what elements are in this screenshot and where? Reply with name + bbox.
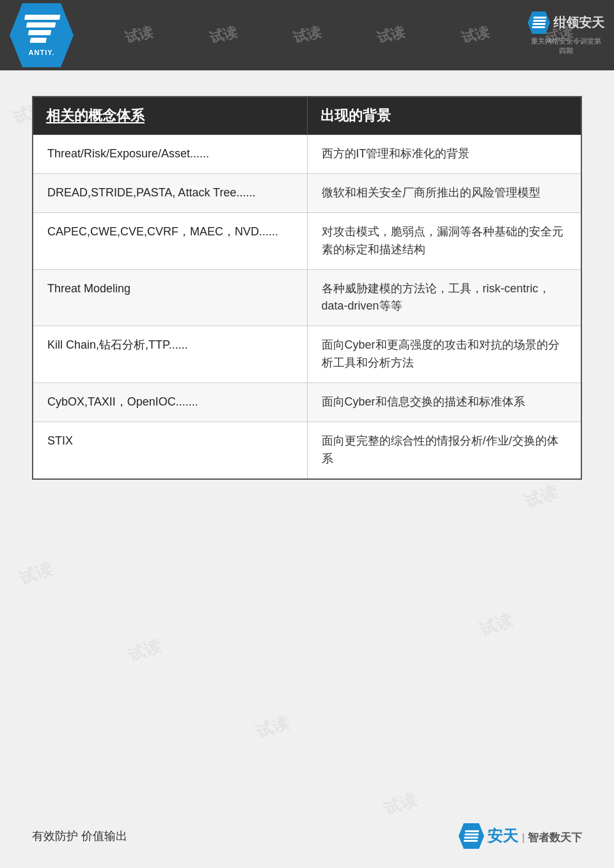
table-cell-col1: Kill Chain,钻石分析,TTP...... [33, 326, 307, 383]
table-cell-col2: 面向Cyber和信息交换的描述和标准体系 [307, 383, 581, 422]
table-cell-col1: Threat/Risk/Exposure/Asset...... [33, 135, 307, 174]
icon-stripe-4 [531, 26, 544, 28]
footer-brand-main: 安天 [487, 827, 518, 844]
icon-stripe-3 [532, 23, 545, 25]
table-cell-col2: 微软和相关安全厂商所推出的风险管理模型 [307, 173, 581, 212]
table-cell-col1: CybOX,TAXII，OpenIOC....... [33, 383, 307, 422]
table-cell-col2: 西方的IT管理和标准化的背景 [307, 135, 581, 174]
f-stripe-3 [464, 837, 478, 839]
table-row: Kill Chain,钻石分析,TTP......面向Cyber和更高强度的攻击… [33, 326, 581, 383]
table-cell-col2: 对攻击模式，脆弱点，漏洞等各种基础的安全元素的标定和描述结构 [307, 212, 581, 269]
footer-logo-hex [459, 823, 484, 849]
right-logo-subtitle: 重关网络安全令训堂第四期 [528, 36, 604, 56]
f-stripe-1 [465, 830, 479, 832]
header-right-logo: 绀领安天 重关网络安全令训堂第四期 [528, 6, 604, 61]
footer-brand: 安天 | 智者数天下 [487, 826, 582, 846]
table-cell-col2: 面向更完整的综合性的情报分析/作业/交换的体系 [307, 422, 581, 479]
header-right-icon [528, 12, 550, 34]
right-logo-chars: 绀领安天 [553, 14, 604, 31]
table-row: CybOX,TAXII，OpenIOC.......面向Cyber和信息交换的描… [33, 383, 581, 422]
icon-stripe-1 [533, 17, 546, 19]
wm-4: 试读 [291, 22, 323, 48]
f-stripe-4 [464, 840, 478, 842]
table-row: Threat/Risk/Exposure/Asset......西方的IT管理和… [33, 135, 581, 174]
col1-header-text: 相关的概念体系 [46, 107, 145, 123]
wm-2: 试读 [123, 22, 155, 48]
main-table: 相关的概念体系 出现的背景 Threat/Risk/Exposure/Asset… [32, 96, 582, 480]
col1-header: 相关的概念体系 [33, 97, 307, 135]
table-cell-col1: DREAD,STRIDE,PASTA, Attack Tree...... [33, 173, 307, 212]
logo-stripe-1 [24, 15, 60, 20]
f-stripe-2 [464, 833, 478, 835]
header-logo: ANTIY. [10, 3, 74, 67]
logo-stripe-2 [26, 22, 56, 28]
pgwm-7: 试读 [17, 558, 56, 590]
header-watermarks: 试读 试读 试读 试读 试读 试读 试读 [0, 0, 614, 70]
pgwm-10: 试读 [381, 788, 420, 821]
header-right-icon-inner [531, 17, 546, 29]
table-row: CAPEC,CWE,CVE,CVRF，MAEC，NVD......对攻击模式，脆… [33, 212, 581, 269]
table-cell-col2: 各种威胁建模的方法论，工具，risk-centric，data-driven等等 [307, 269, 581, 326]
footer-left-text: 有效防护 价值输出 [32, 828, 127, 844]
col2-header: 出现的背景 [307, 97, 581, 135]
table-row: Threat Modeling各种威胁建模的方法论，工具，risk-centri… [33, 269, 581, 326]
table-row: DREAD,STRIDE,PASTA, Attack Tree......微软和… [33, 173, 581, 212]
main-content: 相关的概念体系 出现的背景 Threat/Risk/Exposure/Asset… [0, 70, 614, 505]
footer: 有效防护 价值输出 安天 | 智者数天下 [0, 823, 614, 849]
logo-stripe-3 [28, 30, 51, 35]
table-cell-col1: STIX [33, 422, 307, 479]
pgwm-13: 试读 [477, 609, 516, 642]
wm-5: 试读 [375, 22, 407, 48]
logo-stripe-4 [30, 38, 47, 43]
col2-header-text: 出现的背景 [320, 107, 391, 123]
icon-stripe-2 [533, 20, 546, 22]
table-cell-col1: Threat Modeling [33, 269, 307, 326]
table-cell-col2: 面向Cyber和更高强度的攻击和对抗的场景的分析工具和分析方法 [307, 326, 581, 383]
header: 试读 试读 试读 试读 试读 试读 试读 ANTIY. [0, 0, 614, 70]
footer-brand-sub: 智者数天下 [528, 832, 582, 844]
wm-3: 试读 [207, 22, 239, 48]
logo-stripes [20, 15, 64, 47]
table-row: STIX面向更完整的综合性的情报分析/作业/交换的体系 [33, 422, 581, 479]
pgwm-8: 试读 [125, 635, 164, 667]
header-right-logo-top: 绀领安天 [528, 12, 604, 34]
footer-logo-hex-inner [464, 830, 480, 842]
footer-brand-separator: | [522, 832, 528, 843]
wm-6: 试读 [459, 22, 491, 48]
pgwm-9: 试读 [253, 711, 292, 744]
table-cell-col1: CAPEC,CWE,CVE,CVRF，MAEC，NVD...... [33, 212, 307, 269]
logo-text: ANTIY. [29, 49, 55, 56]
footer-right: 安天 | 智者数天下 [459, 823, 582, 849]
